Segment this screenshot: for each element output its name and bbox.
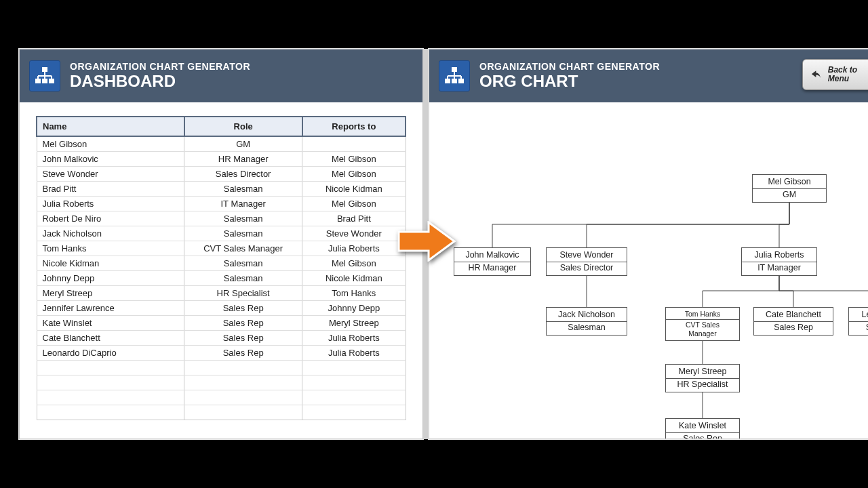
org-node-role: HR Manager [454, 262, 530, 276]
org-node-mel[interactable]: Mel GibsonGM [752, 174, 827, 203]
table-cell[interactable]: Meryl Streep [37, 286, 184, 301]
table-row[interactable]: Meryl StreepHR SpecialistTom Hanks [37, 286, 406, 301]
table-row[interactable]: Robert De NiroSalesmanBrad Pitt [37, 211, 406, 226]
table-cell[interactable]: Kate Winslet [37, 316, 184, 331]
table-cell[interactable]: Tom Hanks [37, 241, 184, 256]
table-cell[interactable]: Tom Hanks [302, 286, 406, 301]
table-cell[interactable]: Mel Gibson [302, 152, 406, 167]
orgchart-pane: ORGANIZATION CHART GENERATOR ORG CHART B… [429, 49, 868, 439]
table-row[interactable]: Nicole KidmanSalesmanMel Gibson [37, 256, 406, 271]
table-row[interactable]: Tom HanksCVT Sales ManagerJulia Roberts [37, 241, 406, 256]
table-cell[interactable]: Mel Gibson [302, 167, 406, 182]
table-cell[interactable]: Salesman [184, 211, 302, 226]
table-row[interactable]: Julia RobertsIT ManagerMel Gibson [37, 197, 406, 211]
table-row[interactable]: Steve WonderSales DirectorMel Gibson [37, 167, 406, 182]
table-cell[interactable]: Julia Roberts [37, 197, 184, 211]
org-node-kate[interactable]: Kate WinsletSales Rep [665, 418, 740, 439]
table-cell[interactable]: Salesman [184, 271, 302, 286]
table-cell[interactable]: Brad Pitt [302, 211, 406, 226]
table-cell[interactable]: Salesman [184, 182, 302, 197]
table-row[interactable]: Brad PittSalesmanNicole Kidman [37, 182, 406, 197]
table-cell[interactable]: Sales Rep [184, 301, 302, 316]
table-cell[interactable]: Nicole Kidman [302, 182, 406, 197]
table-row[interactable]: Mel GibsonGM [37, 136, 406, 152]
org-node-julia[interactable]: Julia RobertsIT Manager [741, 247, 817, 276]
svg-rect-0 [42, 67, 47, 72]
data-table-wrap: Name Role Reports to Mel GibsonGMJohn Ma… [20, 102, 422, 434]
org-node-steve[interactable]: Steve WonderSales Director [546, 247, 627, 276]
org-node-jack[interactable]: Jack NicholsonSalesman [546, 307, 627, 336]
org-node-role: Sales Director [547, 262, 627, 276]
app-title: ORGANIZATION CHART GENERATOR [479, 61, 660, 72]
table-row[interactable]: Leonardo DiCaprioSales RepJulia Roberts [37, 346, 406, 361]
table-row[interactable]: Jennifer LawrenceSales RepJohnny Depp [37, 301, 406, 316]
org-node-cate[interactable]: Cate BlanchettSales Rep [753, 307, 833, 336]
table-row[interactable]: Johnny DeppSalesmanNicole Kidman [37, 271, 406, 286]
table-cell[interactable] [302, 136, 406, 152]
org-node-name: Meryl Streep [666, 365, 739, 378]
svg-marker-45 [399, 222, 454, 260]
org-node-name: Mel Gibson [753, 175, 826, 188]
org-node-john[interactable]: John MalkovicHR Manager [454, 247, 531, 276]
table-row-empty[interactable] [37, 405, 406, 420]
table-cell[interactable]: John Malkovic [37, 152, 184, 167]
table-cell[interactable]: HR Specialist [184, 286, 302, 301]
svg-rect-9 [452, 67, 457, 72]
org-node-role: GM [753, 188, 826, 203]
table-cell[interactable]: Mel Gibson [302, 197, 406, 211]
table-row-empty[interactable] [37, 390, 406, 405]
table-cell[interactable]: Jack Nicholson [37, 226, 184, 241]
table-cell[interactable]: Steve Wonder [302, 226, 406, 241]
table-cell[interactable]: Julia Roberts [302, 346, 406, 361]
org-node-role: Sales Rep [754, 321, 833, 336]
table-row[interactable]: Cate BlanchettSales RepJulia Roberts [37, 331, 406, 346]
table-cell[interactable]: Robert De Niro [37, 211, 184, 226]
table-cell[interactable]: Leonardo DiCaprio [37, 346, 184, 361]
table-cell[interactable]: Salesman [184, 226, 302, 241]
transform-arrow-icon [397, 221, 456, 262]
table-cell[interactable]: Johnny Depp [302, 301, 406, 316]
table-cell[interactable]: Julia Roberts [302, 331, 406, 346]
table-cell[interactable]: Brad Pitt [37, 182, 184, 197]
table-cell[interactable]: IT Manager [184, 197, 302, 211]
data-table[interactable]: Name Role Reports to Mel GibsonGMJohn Ma… [36, 116, 406, 420]
table-cell[interactable]: Sales Director [184, 167, 302, 182]
back-to-menu-button[interactable]: Back to Menu [802, 59, 868, 90]
org-node-meryl[interactable]: Meryl StreepHR Specialist [665, 364, 740, 392]
table-cell[interactable]: Johnny Depp [37, 271, 184, 286]
table-cell[interactable]: Steve Wonder [37, 167, 184, 182]
table-row-empty[interactable] [37, 375, 406, 390]
org-chart-icon [29, 60, 60, 92]
table-cell[interactable]: Sales Rep [184, 331, 302, 346]
table-cell[interactable]: Julia Roberts [302, 241, 406, 256]
table-cell[interactable]: Jennifer Lawrence [37, 301, 184, 316]
table-row[interactable]: John MalkovicHR ManagerMel Gibson [37, 152, 406, 167]
table-cell[interactable]: GM [184, 136, 302, 152]
table-cell[interactable]: Salesman [184, 256, 302, 271]
org-node-leo[interactable]: LeoS [848, 307, 868, 336]
col-role[interactable]: Role [184, 117, 302, 136]
table-cell[interactable]: Nicole Kidman [37, 256, 184, 271]
table-row[interactable]: Jack NicholsonSalesmanSteve Wonder [37, 226, 406, 241]
col-name[interactable]: Name [37, 117, 184, 136]
org-node-tom[interactable]: Tom HanksCVT Sales Manager [665, 307, 740, 341]
back-button-label: Back to Menu [828, 66, 868, 83]
table-cell[interactable]: Mel Gibson [37, 136, 184, 152]
org-node-name: Cate Blanchett [754, 308, 833, 321]
org-chart-canvas[interactable]: Mel GibsonGMJohn MalkovicHR ManagerSteve… [429, 102, 868, 439]
col-reports[interactable]: Reports to [302, 117, 406, 136]
org-node-name: John Malkovic [454, 248, 530, 262]
table-cell[interactable]: HR Manager [184, 152, 302, 167]
org-node-name: Tom Hanks [666, 308, 739, 319]
table-row-empty[interactable] [37, 361, 406, 375]
page-title: DASHBOARD [70, 72, 250, 91]
table-cell[interactable]: Cate Blanchett [37, 331, 184, 346]
table-cell[interactable]: Nicole Kidman [302, 271, 406, 286]
table-cell[interactable]: Sales Rep [184, 346, 302, 361]
table-cell[interactable]: Mel Gibson [302, 256, 406, 271]
table-row[interactable]: Kate WinsletSales RepMeryl Streep [37, 316, 406, 331]
table-cell[interactable]: Sales Rep [184, 316, 302, 331]
table-cell[interactable]: Meryl Streep [302, 316, 406, 331]
app-title: ORGANIZATION CHART GENERATOR [70, 61, 250, 72]
table-cell[interactable]: CVT Sales Manager [184, 241, 302, 256]
